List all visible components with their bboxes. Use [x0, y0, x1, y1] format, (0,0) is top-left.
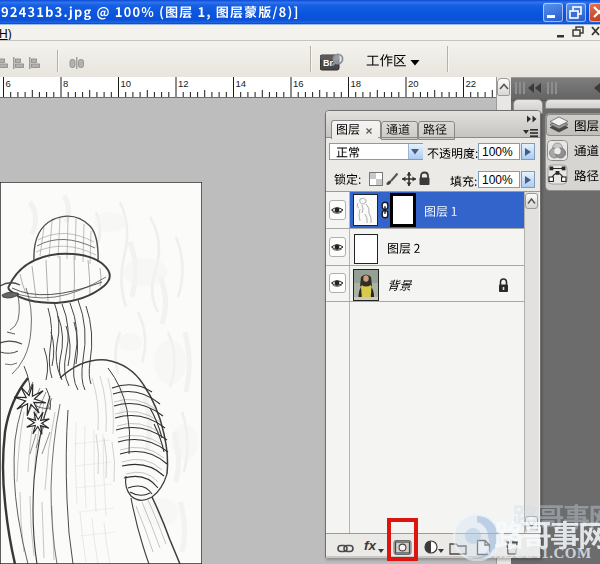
svg-text:22: 22 — [466, 78, 477, 89]
svg-text:16: 16 — [293, 78, 304, 89]
svg-text:6: 6 — [6, 78, 11, 89]
svg-text:18: 18 — [351, 78, 362, 89]
svg-text:12: 12 — [178, 78, 189, 89]
svg-text:20: 20 — [408, 78, 419, 89]
svg-text:Br: Br — [323, 58, 333, 68]
svg-text:8: 8 — [63, 78, 68, 89]
svg-text:10: 10 — [121, 78, 132, 89]
svg-text:14: 14 — [236, 78, 247, 89]
